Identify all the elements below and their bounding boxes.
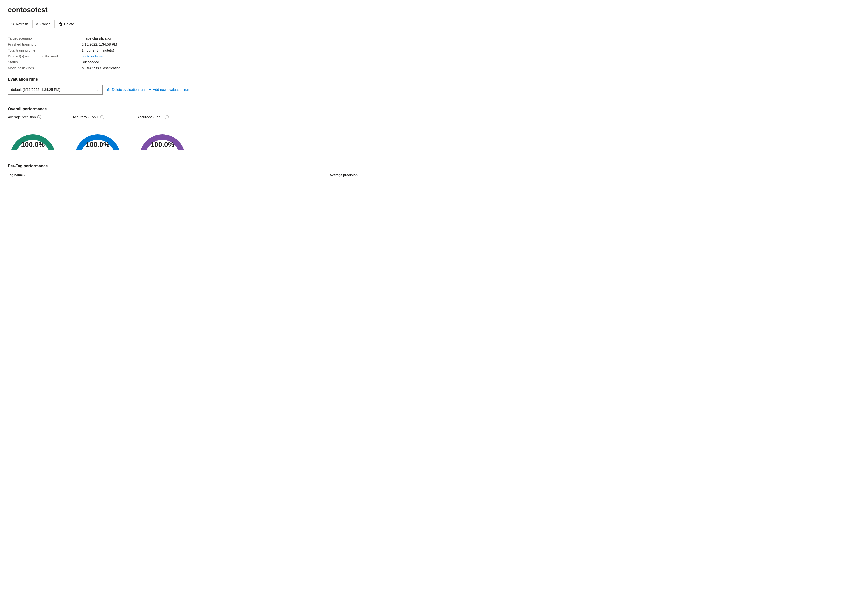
plus-icon: +: [148, 87, 151, 92]
delete-icon: 🗑: [59, 22, 63, 27]
per-tag-table: Tag name↑Average precision: [8, 171, 851, 179]
gauge-1: Accuracy - Top 1 i100.0%: [73, 115, 122, 150]
delete-label: Delete: [64, 22, 74, 26]
eval-run-dropdown[interactable]: default (6/16/2022, 1:34:25 PM) ⌄: [8, 85, 103, 95]
gauge-label-2: Accuracy - Top 5 i: [137, 115, 169, 119]
chevron-down-icon: ⌄: [95, 87, 99, 92]
info-value-0: Image classification: [82, 36, 851, 40]
info-label-4: Status: [8, 60, 78, 64]
gauge-2: Accuracy - Top 5 i100.0%: [137, 115, 187, 150]
cancel-label: Cancel: [40, 22, 51, 26]
info-value-5: Multi-Class Classification: [82, 66, 851, 70]
gauge-info-icon-1[interactable]: i: [100, 115, 104, 119]
eval-run-selected: default (6/16/2022, 1:34:25 PM): [11, 87, 60, 92]
toolbar: ↺ Refresh ✕ Cancel 🗑 Delete: [8, 18, 851, 30]
info-value-1: 6/16/2022, 1:34:58 PM: [82, 42, 851, 46]
info-value-4: Succeeded: [82, 60, 851, 64]
info-label-0: Target scenario: [8, 36, 78, 40]
info-label-2: Total training time: [8, 48, 78, 52]
gauge-value-2: 100.0%: [137, 140, 187, 148]
info-grid: Target scenarioImage classificationFinis…: [8, 36, 851, 70]
gauge-value-0: 100.0%: [8, 140, 58, 148]
gauge-label-1: Accuracy - Top 1 i: [73, 115, 104, 119]
per-tag-col-1: Average precision: [330, 171, 851, 179]
per-tag-title: Per-Tag performance: [8, 164, 851, 168]
overall-performance-title: Overall performance: [8, 107, 851, 111]
cancel-button[interactable]: ✕ Cancel: [32, 20, 55, 28]
gauge-title-2: Accuracy - Top 5: [137, 115, 163, 119]
page-title: contosotest: [8, 6, 851, 14]
info-value-3[interactable]: contosodataset: [82, 54, 851, 58]
delete-button[interactable]: 🗑 Delete: [56, 20, 77, 28]
gauge-value-1: 100.0%: [73, 140, 122, 148]
section-divider-2: [8, 158, 851, 158]
info-label-5: Model task kinds: [8, 66, 78, 70]
sort-icon-0: ↑: [24, 174, 25, 177]
delete-eval-run-button[interactable]: 🗑 Delete evaluation run: [106, 87, 145, 93]
cancel-icon: ✕: [36, 22, 39, 27]
gauge-info-icon-2[interactable]: i: [165, 115, 169, 119]
gauge-wrapper-2: 100.0%: [137, 122, 187, 150]
eval-actions: 🗑 Delete evaluation run + Add new evalua…: [106, 86, 189, 94]
info-label-3: Dataset(s) used to train the model: [8, 54, 78, 58]
gauge-title-1: Accuracy - Top 1: [73, 115, 98, 119]
eval-run-row: default (6/16/2022, 1:34:25 PM) ⌄ 🗑 Dele…: [8, 85, 851, 95]
per-tag-col-0[interactable]: Tag name↑: [8, 171, 330, 179]
overall-performance-section: Overall performance Average precision i1…: [8, 107, 851, 150]
gauge-info-icon-0[interactable]: i: [37, 115, 41, 119]
gauge-wrapper-1: 100.0%: [73, 122, 122, 150]
gauge-wrapper-0: 100.0%: [8, 122, 58, 150]
delete-eval-icon: 🗑: [106, 87, 110, 92]
per-tag-section: Per-Tag performance Tag name↑Average pre…: [8, 164, 851, 179]
evaluation-runs-title: Evaluation runs: [8, 77, 851, 82]
refresh-label: Refresh: [16, 22, 28, 26]
add-eval-label: Add new evaluation run: [153, 87, 189, 92]
info-label-1: Finished training on: [8, 42, 78, 46]
refresh-button[interactable]: ↺ Refresh: [8, 20, 31, 28]
delete-eval-label: Delete evaluation run: [112, 87, 145, 92]
gauges-row: Average precision i100.0%Accuracy - Top …: [8, 115, 851, 150]
gauge-label-0: Average precision i: [8, 115, 41, 119]
gauge-0: Average precision i100.0%: [8, 115, 58, 150]
info-value-2: 1 hour(s) 8 minute(s): [82, 48, 851, 52]
add-eval-run-button[interactable]: + Add new evaluation run: [148, 86, 189, 94]
refresh-icon: ↺: [11, 22, 14, 27]
gauge-title-0: Average precision: [8, 115, 36, 119]
